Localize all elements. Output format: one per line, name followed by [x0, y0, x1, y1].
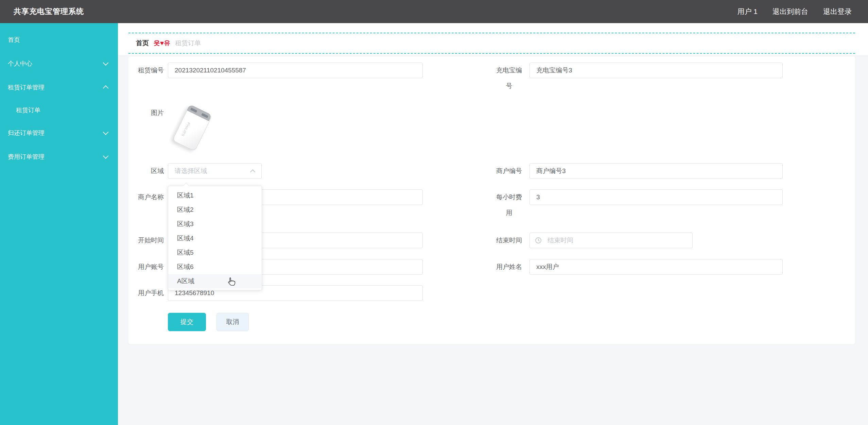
- top-bar: 共享充电宝管理系统 用户 1退出到前台退出登录: [0, 0, 868, 23]
- hourly-fee-input[interactable]: [530, 189, 783, 205]
- chevron-up-icon: [103, 85, 109, 91]
- top-links: 用户 1退出到前台退出登录: [737, 0, 852, 23]
- area-option[interactable]: 区域3: [168, 217, 262, 231]
- user-name-input[interactable]: [530, 259, 783, 275]
- chevron-down-icon: [103, 153, 109, 159]
- cancel-button[interactable]: 取消: [216, 313, 249, 331]
- powerbank-top-cap: [187, 104, 212, 121]
- rental-no-input[interactable]: [168, 63, 423, 78]
- sidebar-item[interactable]: 首页: [0, 28, 118, 52]
- image-label: 图片: [128, 105, 164, 121]
- start-time-label: 开始时间: [128, 233, 164, 248]
- breadcrumb: 首页 웃♥유 租赁订单: [128, 33, 855, 54]
- top-link[interactable]: 退出到前台: [772, 7, 808, 16]
- sidebar-item-label: 首页: [8, 36, 20, 43]
- breadcrumb-current: 租赁订单: [175, 39, 201, 48]
- rental-order-form-card: 租赁编号 充电宝编号 图片 PHILIPS 区域 请选择区域 商户编号 商户名称…: [128, 56, 855, 344]
- top-link[interactable]: 用户 1: [737, 7, 758, 16]
- breadcrumb-strip: 首页 웃♥유 租赁订单: [118, 23, 868, 55]
- chevron-up-icon: [250, 169, 256, 175]
- sidebar-menu: 首页个人中心租赁订单管理租赁订单归还订单管理费用订单管理: [0, 23, 118, 425]
- submit-button[interactable]: 提交: [168, 313, 206, 331]
- user-phone-label: 用户手机: [128, 285, 164, 301]
- chevron-down-icon: [103, 60, 109, 66]
- chevron-down-icon: [103, 129, 109, 135]
- sidebar-item-label: 租赁订单: [16, 107, 40, 114]
- area-option[interactable]: 区域2: [168, 203, 262, 217]
- merchant-no-input[interactable]: [530, 163, 783, 179]
- usb-port: [190, 108, 197, 113]
- merchant-name-label: 商户名称: [128, 189, 164, 205]
- area-label: 区域: [128, 163, 164, 179]
- usb-port: [201, 113, 208, 118]
- area-option[interactable]: 区域1: [168, 188, 262, 203]
- merchant-no-label: 商户编号: [494, 163, 524, 179]
- breadcrumb-separator: 웃♥유: [154, 39, 170, 48]
- area-select-placeholder: 请选择区域: [175, 164, 207, 178]
- sidebar-item[interactable]: 租赁订单管理: [0, 75, 118, 99]
- powerbank-image: PHILIPS: [174, 105, 208, 150]
- area-option[interactable]: 区域6: [168, 260, 262, 274]
- area-dropdown-list: 区域1区域2区域3区域4区域5区域6A区域: [168, 186, 262, 290]
- top-link[interactable]: 退出登录: [823, 7, 852, 16]
- sidebar-item[interactable]: 费用订单管理: [0, 145, 118, 169]
- powerbank-no-label: 充电宝编号: [494, 63, 524, 94]
- powerbank-brand-text: PHILIPS: [181, 122, 191, 137]
- end-time-label: 结束时间: [494, 233, 524, 248]
- powerbank-no-input[interactable]: [530, 63, 783, 78]
- sidebar-item[interactable]: 个人中心: [0, 52, 118, 75]
- rental-no-label: 租赁编号: [128, 63, 164, 78]
- user-name-label: 用户姓名: [494, 259, 524, 275]
- area-option[interactable]: A区域: [168, 274, 262, 288]
- sidebar-item-label: 费用订单管理: [8, 153, 45, 160]
- dropdown-caret: [183, 183, 189, 189]
- breadcrumb-home-link[interactable]: 首页: [136, 39, 149, 48]
- sidebar-item[interactable]: 归还订单管理: [0, 121, 118, 145]
- area-option[interactable]: 区域4: [168, 231, 262, 245]
- sidebar-item-label: 租赁订单管理: [8, 84, 45, 91]
- sidebar-item-label: 归还订单管理: [8, 130, 45, 136]
- sidebar-item-label: 个人中心: [8, 60, 32, 67]
- user-account-label: 用户账号: [128, 259, 164, 275]
- area-select[interactable]: 请选择区域: [168, 163, 262, 179]
- hourly-fee-label: 每小时费用: [494, 189, 524, 221]
- sidebar-subitem[interactable]: 租赁订单: [0, 99, 118, 121]
- area-option[interactable]: 区域5: [168, 245, 262, 260]
- app-title: 共享充电宝管理系统: [14, 0, 84, 23]
- end-time-input[interactable]: [530, 233, 693, 248]
- powerbank-body: PHILIPS: [172, 104, 212, 151]
